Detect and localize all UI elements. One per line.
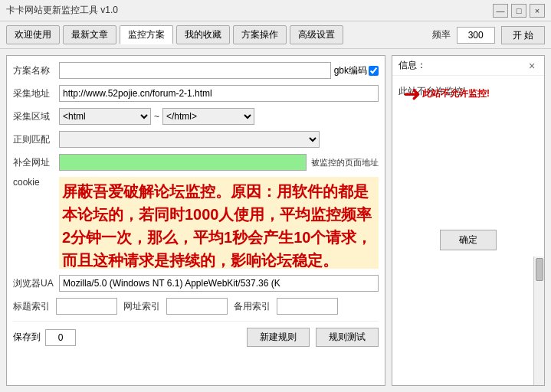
collect-url-row: 采集地址 ➜ 此站不允许监控! <box>13 85 379 102</box>
gbk-area: gbk编码 <box>334 64 379 77</box>
plan-name-label: 方案名称 <box>13 64 59 77</box>
info-panel-header: 信息： × <box>392 56 544 76</box>
supplement-url-row: 补全网址 被监控的页面地址 <box>13 154 379 171</box>
cookie-content: 屏蔽吾爱破解论坛监控。原因：用软件的都是本论坛的，若同时1000人使用，平均监控… <box>59 177 379 269</box>
new-rule-button[interactable]: 新建规则 <box>247 328 310 347</box>
ua-row: 浏览器UA <box>13 275 379 292</box>
collect-area-row: 采集区域 <html ~ </html> <box>13 108 379 125</box>
title-bar: 卡卡网站更新监控工具 v1.0 — □ × <box>0 0 551 21</box>
maximize-button[interactable]: □ <box>511 4 526 18</box>
title-index-input[interactable] <box>56 298 117 315</box>
plan-name-row: 方案名称 gbk编码 <box>13 62 379 79</box>
gbk-checkbox[interactable] <box>369 66 379 76</box>
minimize-button[interactable]: — <box>493 4 508 18</box>
not-allowed-annotation: ➜ 此站不允许监控! <box>403 81 490 106</box>
action-btns: 新建规则 规则测试 <box>247 328 379 347</box>
blocked-notice: 屏蔽吾爱破解论坛监控。原因：用软件的都是本论坛的，若同时1000人使用，平均监控… <box>59 177 379 269</box>
url-index-label: 网址索引 <box>123 300 160 313</box>
tab-monitor[interactable]: 监控方案 <box>120 25 173 44</box>
index-row: 标题索引 网址索引 备用索引 <box>13 298 379 315</box>
url-index-input[interactable] <box>166 298 228 315</box>
title-index-label: 标题索引 <box>13 300 50 313</box>
main-area: 方案名称 gbk编码 采集地址 ➜ 此站不允许监控! 采集区域 <html <box>0 49 551 392</box>
monitored-url-placeholder: 被监控的页面地址 <box>311 157 379 168</box>
scrollbar-thumb <box>536 258 543 281</box>
info-confirm-area: 确定 <box>392 224 544 256</box>
form-panel: 方案名称 gbk编码 采集地址 ➜ 此站不允许监控! 采集区域 <html <box>6 55 385 386</box>
tab-bar: 欢迎使用 最新文章 监控方案 我的收藏 方案操作 高级设置 <box>6 25 343 44</box>
bottom-row: 保存到 新建规则 规则测试 <box>13 321 379 347</box>
tab-favorites[interactable]: 我的收藏 <box>176 25 230 44</box>
confirm-button[interactable]: 确定 <box>440 230 497 250</box>
info-scrollable <box>392 256 544 386</box>
plan-name-input[interactable] <box>59 62 331 79</box>
right-arrow-icon: ➜ <box>403 81 421 106</box>
toolbar: 欢迎使用 最新文章 监控方案 我的收藏 方案操作 高级设置 频率 开 始 <box>0 21 551 49</box>
close-button[interactable]: × <box>530 4 545 18</box>
regex-select[interactable] <box>59 131 320 148</box>
supplement-url-input[interactable] <box>59 154 307 171</box>
test-rule-button[interactable]: 规则测试 <box>316 328 379 347</box>
freq-input[interactable] <box>457 27 495 44</box>
backup-index-input[interactable] <box>277 298 338 315</box>
freq-label: 频率 <box>432 28 451 41</box>
app-title: 卡卡网站更新监控工具 v1.0 <box>6 4 118 17</box>
range-end-select[interactable]: </html> <box>162 108 254 125</box>
tab-welcome[interactable]: 欢迎使用 <box>6 25 60 44</box>
collect-area-label: 采集区域 <box>13 110 59 123</box>
info-close-button[interactable]: × <box>526 60 538 72</box>
collect-url-input[interactable] <box>59 85 379 102</box>
info-panel-title: 信息： <box>398 59 426 72</box>
range-start-select[interactable]: <html <box>59 108 151 125</box>
save-area: 保存到 <box>13 329 76 346</box>
not-allowed-text: 此站不允许监控! <box>422 87 490 100</box>
window-controls: — □ × <box>493 4 545 18</box>
tab-latest[interactable]: 最新文章 <box>63 25 116 44</box>
ua-label: 浏览器UA <box>13 277 59 290</box>
scrollbar[interactable] <box>533 256 544 386</box>
save-to-label: 保存到 <box>13 331 41 344</box>
regex-label: 正则匹配 <box>13 133 59 146</box>
range-area: <html ~ </html> <box>59 108 379 125</box>
toolbar-right: 频率 开 始 <box>432 26 545 44</box>
gbk-label: gbk编码 <box>334 64 367 77</box>
regex-row: 正则匹配 <box>13 131 379 148</box>
save-to-input[interactable] <box>45 329 76 346</box>
supplement-url-label: 补全网址 <box>13 156 59 169</box>
start-button[interactable]: 开 始 <box>501 26 545 44</box>
ua-input[interactable] <box>59 275 379 292</box>
tab-advanced[interactable]: 高级设置 <box>290 25 343 44</box>
tab-plan-ops[interactable]: 方案操作 <box>233 25 287 44</box>
cookie-row: cookie 屏蔽吾爱破解论坛监控。原因：用软件的都是本论坛的，若同时1000人… <box>13 177 379 269</box>
backup-index-label: 备用索引 <box>234 300 271 313</box>
cookie-label: cookie <box>13 177 59 188</box>
collect-url-label: 采集地址 <box>13 87 59 100</box>
range-tilde: ~ <box>154 111 159 122</box>
